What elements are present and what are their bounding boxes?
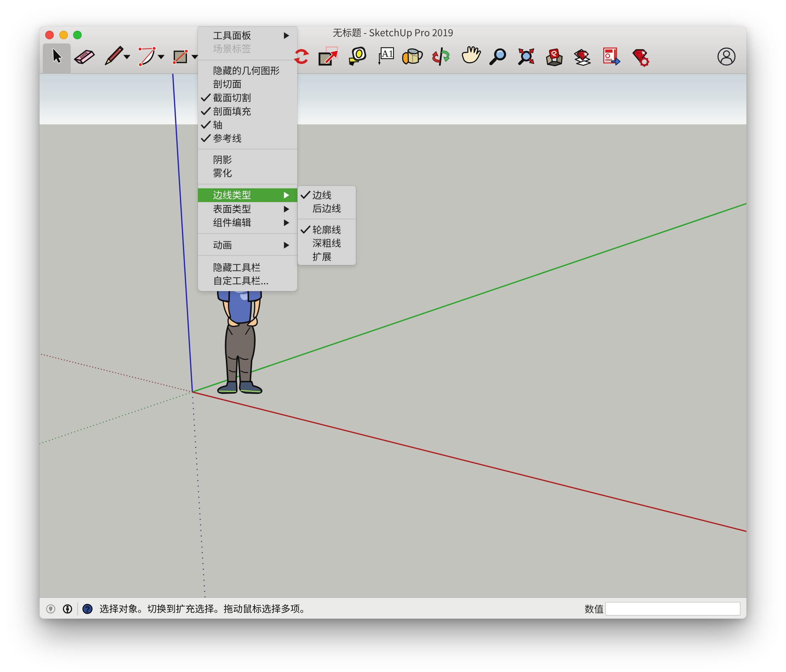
svg-text:A1: A1 [382,49,393,59]
svg-text:?: ? [85,605,90,614]
